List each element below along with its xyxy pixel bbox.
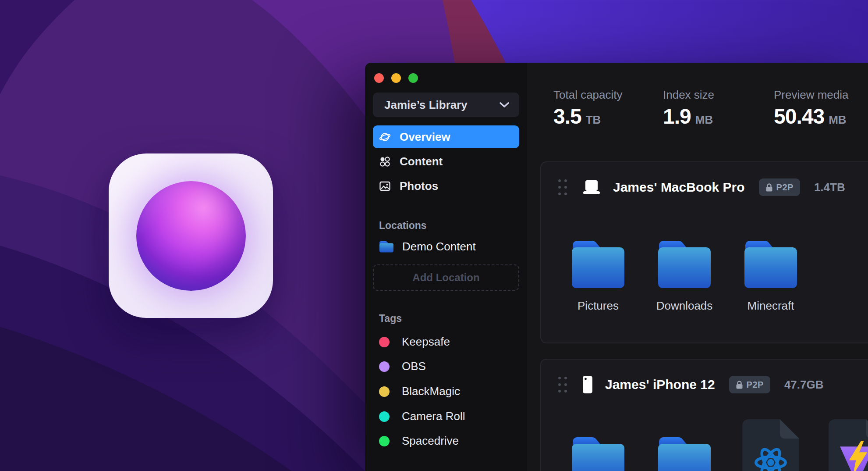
close-window-button[interactable] (374, 73, 384, 83)
stat-index-size: Index size 1.9 MB (663, 88, 714, 128)
folder-icon (655, 433, 714, 471)
folder-item[interactable]: Pictures (568, 236, 628, 313)
tag-label: Keepsafe (402, 335, 450, 349)
add-location-button[interactable]: Add Location (373, 264, 519, 291)
sidebar-nav: Overview Content (373, 125, 519, 199)
library-name: Jamie’s Library (384, 98, 499, 112)
item-label: Pictures (568, 299, 628, 313)
chevron-down-icon (499, 102, 510, 108)
device-card-macbook: James' MacBook Pro P2P 1.4TB Pictures (540, 161, 868, 343)
desktop: { "ui": { "accent": "#2e90fe", "traffic_… (0, 0, 868, 471)
p2p-label: P2P (747, 380, 764, 390)
lock-icon (765, 183, 773, 192)
tag-label: BlackMagic (402, 385, 460, 398)
stat-label: Preview media (774, 88, 849, 102)
sidebar-item-tag-spacedrive[interactable]: Spacedrive (379, 434, 459, 448)
folder-icon (655, 236, 714, 291)
stat-value: 1.9 (663, 104, 691, 128)
p2p-badge: P2P (729, 376, 770, 393)
locations-header: Locations (379, 220, 427, 232)
device-name: James' MacBook Pro (613, 180, 745, 195)
tag-color-dot (379, 436, 390, 446)
zoom-window-button[interactable] (408, 73, 418, 83)
tag-label: OBS (402, 360, 426, 373)
sidebar: Jamie’s Library Overview (365, 63, 528, 471)
sidebar-item-tag-camera-roll[interactable]: Camera Roll (379, 410, 465, 423)
p2p-label: P2P (776, 182, 794, 193)
spacedrive-window: Jamie’s Library Overview (365, 63, 868, 471)
phone-icon (582, 375, 593, 394)
circles-four-icon (379, 156, 391, 168)
sidebar-item-tag-blackmagic[interactable]: BlackMagic (379, 385, 460, 398)
tag-label: Camera Roll (402, 410, 465, 423)
device-capacity: 47.7GB (784, 378, 824, 392)
minimize-window-button[interactable] (391, 73, 401, 83)
tag-color-dot (379, 386, 390, 397)
folder-item[interactable] (655, 433, 714, 471)
tag-color-dot (379, 411, 390, 422)
folder-item[interactable]: Downloads (655, 236, 714, 313)
folder-item[interactable] (568, 433, 628, 471)
item-label: Downloads (655, 299, 714, 313)
stat-total-capacity: Total capacity 3.5 TB (553, 88, 623, 128)
sidebar-item-tag-keepsafe[interactable]: Keepsafe (379, 335, 450, 349)
stat-value: 50.43 (774, 104, 824, 128)
overview-panel: Total capacity 3.5 TB Index size 1.9 MB … (528, 63, 868, 471)
vite-file-icon (829, 419, 868, 471)
spacedrive-app-icon[interactable] (109, 153, 273, 318)
planet-icon (379, 131, 391, 143)
vite-file-item[interactable] (827, 419, 868, 471)
folder-icon (741, 236, 801, 291)
folder-item[interactable]: Minecraft (741, 236, 801, 313)
sidebar-item-photos[interactable]: Photos (373, 175, 519, 197)
stat-value: 3.5 (553, 104, 581, 128)
stat-preview-media: Preview media 50.43 MB (774, 88, 849, 128)
device-capacity: 1.4TB (814, 181, 845, 194)
tag-color-dot (379, 337, 390, 347)
tags-header: Tags (379, 313, 402, 325)
stat-label: Index size (663, 88, 714, 102)
stat-unit: MB (695, 113, 713, 127)
image-icon (379, 180, 391, 192)
lock-icon (736, 380, 743, 389)
drag-handle[interactable] (557, 375, 568, 394)
stat-unit: MB (829, 113, 846, 127)
tag-color-dot (379, 361, 390, 372)
react-file-icon (742, 419, 799, 471)
item-label: Minecraft (741, 299, 801, 313)
sidebar-item-overview[interactable]: Overview (373, 125, 519, 148)
nav-label: Photos (400, 179, 438, 193)
folder-icon (378, 240, 395, 253)
stat-unit: TB (586, 113, 601, 127)
drag-handle[interactable] (557, 178, 568, 197)
nav-label: Content (400, 155, 443, 168)
library-selector[interactable]: Jamie’s Library (373, 93, 519, 117)
sidebar-item-demo-content[interactable]: Demo Content (378, 240, 476, 253)
device-name: James' iPhone 12 (605, 377, 715, 392)
folder-icon (568, 433, 628, 471)
folder-icon (568, 236, 628, 291)
tag-label: Spacedrive (402, 434, 459, 448)
location-label: Demo Content (402, 240, 476, 253)
sidebar-item-content[interactable]: Content (373, 150, 519, 173)
stat-label: Total capacity (553, 88, 623, 102)
nav-label: Overview (400, 130, 450, 144)
sphere-logo (136, 181, 246, 291)
sidebar-item-tag-obs[interactable]: OBS (379, 360, 426, 373)
react-file-item[interactable] (741, 419, 801, 471)
p2p-badge: P2P (759, 178, 800, 196)
traffic-lights (374, 73, 418, 83)
laptop-icon (582, 179, 601, 195)
device-card-iphone: James' iPhone 12 P2P 47.7GB (540, 359, 868, 471)
